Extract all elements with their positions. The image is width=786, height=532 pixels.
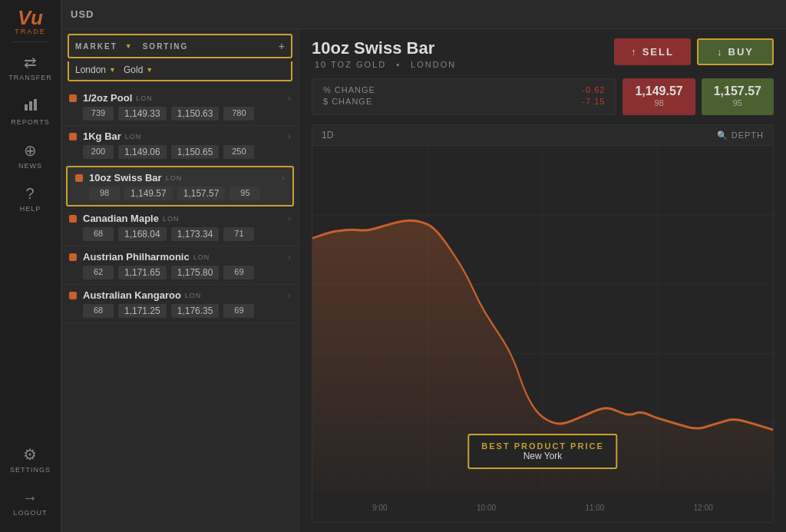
sorting-value: Gold <box>124 64 143 75</box>
buy-price: 1,157.57 <box>714 84 761 98</box>
product-loc-2: LON <box>166 174 183 182</box>
buy-button[interactable]: ↓ BUY <box>697 38 774 65</box>
sell-button[interactable]: ↑ SELL <box>614 38 691 65</box>
product-item-2[interactable]: 10oz Swiss Bar LON › 98 1,149.57 1,157.5… <box>66 166 294 207</box>
market-value-dropdown[interactable]: London ▼ <box>75 64 116 75</box>
sidebar-item-transfer[interactable]: ⇄ TRANSFER <box>0 45 61 89</box>
change-box: % CHANGE -0.62 $ CHANGE -7.15 <box>312 78 616 115</box>
ask-1: 1,150.65 <box>171 145 220 159</box>
bid-1: 1,149.06 <box>118 145 167 159</box>
sorting-value-dropdown[interactable]: Gold ▼ <box>124 64 153 75</box>
pct-change-label: % CHANGE <box>323 85 375 94</box>
product-item-0[interactable]: 1/2oz Pool LON › 739 1,149.33 1,150.63 7… <box>61 88 299 126</box>
chevron-right-icon-2: › <box>282 173 285 183</box>
ask-4: 1,175.80 <box>171 266 220 279</box>
product-item-1[interactable]: 1Kg Bar LON › 200 1,149.06 1,150.65 250 <box>61 126 299 164</box>
sidebar-item-settings[interactable]: ⚙ SETTINGS <box>0 438 61 481</box>
ask-3: 1,173.34 <box>171 227 220 241</box>
market-value: London <box>75 64 106 75</box>
chart-time-labels: 9:00 10:00 11:00 12:00 <box>312 504 773 512</box>
filter-add-button[interactable]: + <box>279 40 285 52</box>
dollar-change-row: $ CHANGE -7.15 <box>323 97 605 106</box>
time-label-2: 10:00 <box>477 504 496 512</box>
product-name-0: 1/2oz Pool <box>83 92 132 104</box>
chart-period[interactable]: 1D <box>322 130 333 140</box>
product-dot-1 <box>69 133 77 140</box>
product-item-3[interactable]: Canadian Maple LON › 68 1,168.04 1,173.3… <box>61 208 299 246</box>
sidebar-item-news-label: NEWS <box>18 162 42 170</box>
product-loc-1: LON <box>125 133 142 140</box>
bid-qty-4: 62 <box>83 266 114 279</box>
product-loc-4: LON <box>193 253 210 261</box>
buy-label: BUY <box>728 46 754 58</box>
market-value-arrow: ▼ <box>109 66 116 74</box>
transfer-icon: ⇄ <box>24 53 38 71</box>
ask-5: 1,176.35 <box>171 304 220 318</box>
product-name-2: 10oz Swiss Bar <box>89 172 162 183</box>
sidebar-item-reports[interactable]: REPORTS <box>0 89 61 134</box>
chart-canvas: 9:00 10:00 11:00 12:00 BEST PRODUCT PRIC… <box>312 146 773 515</box>
sorting-label: SORTING <box>143 42 189 51</box>
bid-2: 1,149.57 <box>124 187 173 200</box>
price-info-row: % CHANGE -0.62 $ CHANGE -7.15 1,149.57 9… <box>312 78 774 115</box>
sell-label: SELL <box>642 46 674 58</box>
chevron-right-icon-1: › <box>288 131 291 142</box>
logo-text: Vu <box>15 8 46 28</box>
sidebar-item-help-label: HELP <box>20 205 41 213</box>
buy-price-block: 1,157.57 95 <box>702 78 774 115</box>
filter-sub: London ▼ Gold ▼ <box>68 61 292 81</box>
svg-rect-1 <box>29 101 32 111</box>
ask-qty-2: 95 <box>230 187 260 200</box>
trade-buttons: ↑ SELL ↓ BUY <box>614 38 774 65</box>
dollar-change-label: $ CHANGE <box>323 97 372 106</box>
main-content: USD MARKET ▼ SORTING + London ▼ <box>61 0 786 532</box>
ask-qty-3: 71 <box>223 227 254 241</box>
ask-qty-4: 69 <box>223 266 254 279</box>
annotation-subtitle: New York <box>481 451 603 461</box>
time-label-4: 12:00 <box>694 504 713 512</box>
right-panel: 10oz Swiss Bar 10 TOZ GOLD • LONDON ↑ SE… <box>299 29 786 532</box>
product-item-4[interactable]: Austrian Philharmonic LON › 62 1,171.65 … <box>61 246 299 285</box>
sidebar-item-logout[interactable]: → LOGOUT <box>0 481 61 524</box>
svg-rect-2 <box>34 99 37 111</box>
subtitle-weight: 10 TOZ GOLD <box>315 60 386 69</box>
product-dot-4 <box>69 253 77 261</box>
product-item-5[interactable]: Australian Kangaroo LON › 68 1,171.25 1,… <box>61 285 299 323</box>
pct-change-row: % CHANGE -0.62 <box>323 85 605 94</box>
market-arrow-icon: ▼ <box>125 42 132 50</box>
sell-qty: 98 <box>635 98 682 107</box>
chevron-right-icon-4: › <box>288 252 291 263</box>
product-subtitle: 10 TOZ GOLD • LONDON <box>312 60 614 69</box>
bid-qty-2: 98 <box>89 187 120 200</box>
product-dot-2 <box>75 174 83 182</box>
market-dropdown[interactable]: ▼ <box>117 42 137 50</box>
product-loc-0: LON <box>136 94 153 102</box>
bid-qty-0: 739 <box>83 107 114 121</box>
bid-3: 1,168.04 <box>118 227 167 241</box>
time-label-3: 11:00 <box>585 504 604 512</box>
product-loc-3: LON <box>163 215 180 223</box>
sidebar-item-settings-label: SETTINGS <box>10 466 51 474</box>
product-list: 1/2oz Pool LON › 739 1,149.33 1,150.63 7… <box>61 84 299 532</box>
logout-icon: → <box>22 489 38 507</box>
bid-4: 1,171.65 <box>118 266 167 279</box>
logo: Vu TRADE <box>15 8 46 35</box>
ask-qty-0: 780 <box>223 107 254 121</box>
time-label-1: 9:00 <box>372 504 387 512</box>
sidebar-item-help[interactable]: ? HELP <box>0 177 61 220</box>
sidebar-item-transfer-label: TRANSFER <box>8 74 52 81</box>
ask-0: 1,150.63 <box>171 107 220 121</box>
chart-toolbar: 1D 🔍 DEPTH <box>312 125 773 146</box>
product-name-5: Australian Kangaroo <box>83 289 181 301</box>
bid-5: 1,171.25 <box>118 304 167 318</box>
sidebar-item-logout-label: LOGOUT <box>13 509 47 517</box>
settings-icon: ⚙ <box>23 445 38 464</box>
bid-0: 1,149.33 <box>118 107 167 121</box>
subtitle-sep: • <box>396 60 405 69</box>
pct-change-value: -0.62 <box>582 85 605 94</box>
dollar-change-value: -7.15 <box>582 97 605 106</box>
chart-depth-button[interactable]: 🔍 DEPTH <box>717 130 764 140</box>
sidebar-item-news[interactable]: ⊕ NEWS <box>0 134 61 177</box>
product-name-3: Canadian Maple <box>83 213 159 224</box>
svg-rect-0 <box>25 104 28 111</box>
